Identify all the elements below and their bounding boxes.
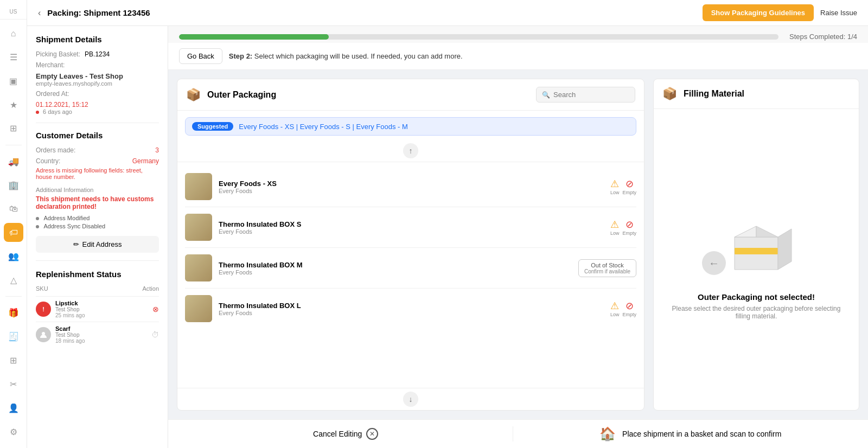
badge-low-label-0: Low <box>610 190 620 195</box>
filling-material-content: ← Outer Packaging not selected! Please s… <box>654 109 859 410</box>
cancel-editing-label: Cancel Editing <box>313 430 362 438</box>
additional-info-label: Additional Information <box>36 187 159 193</box>
item-image-2 <box>185 254 212 281</box>
place-shipment-icon: 🏠 <box>599 426 616 441</box>
item-image-3 <box>185 295 212 322</box>
outer-packaging-title: Outer Packaging <box>207 90 529 100</box>
sidebar-item-settings[interactable]: ⚙ <box>4 422 23 441</box>
packaging-item-2[interactable]: Thermo Insulated BOX M Every Foods Out o… <box>185 248 636 289</box>
filling-not-selected-title: Outer Packaging not selected! <box>698 292 815 302</box>
badge-empty-label-1: Empty <box>622 231 636 236</box>
outer-packaging-panel: 📦 Outer Packaging 🔍 Suggested Every Food… <box>177 79 644 411</box>
replenishment-action-1[interactable]: ⏱ <box>151 330 159 339</box>
back-button[interactable]: ‹ <box>38 8 41 18</box>
ordered-at-date: 01.12.2021, 15:12 <box>36 101 159 108</box>
sidebar-item-tag[interactable]: 🏷 <box>4 223 23 242</box>
packaging-item-3[interactable]: Thermo Insulated BOX L Every Foods ⚠ Low… <box>185 289 636 329</box>
item-name-1: Thermo Insulated BOX S <box>219 220 604 228</box>
sidebar-item-building[interactable]: 🏢 <box>4 175 23 195</box>
scroll-down-button[interactable]: ↓ <box>403 392 418 407</box>
cancel-editing-section[interactable]: Cancel Editing ✕ <box>179 428 513 440</box>
orders-value: 3 <box>155 146 159 154</box>
packaging-item-0[interactable]: Every Foods - XS Every Foods ⚠ Low ⊘ <box>185 167 636 207</box>
replenishment-avatar-1 <box>36 327 51 342</box>
sidebar-item-receipt[interactable]: 🧾 <box>4 327 23 347</box>
sidebar-item-box[interactable]: ▣ <box>4 71 23 91</box>
search-box[interactable]: 🔍 <box>536 87 635 103</box>
page-title: Packing: Shipment 123456 <box>47 8 695 17</box>
sidebar-item-home[interactable]: ⌂ <box>4 24 23 43</box>
country-row: Country: Germany <box>36 157 159 165</box>
warning-icon-1: ⚠ <box>610 219 619 231</box>
sidebar-item-star[interactable]: ★ <box>4 95 23 114</box>
item-image-0 <box>185 173 212 200</box>
item-badges-2: Out of Stock Confirm if available <box>578 259 636 277</box>
scroll-up-button[interactable]: ↑ <box>403 143 418 158</box>
replenishment-shop-1: Test Shop <box>55 332 147 338</box>
sidebar-item-alert[interactable]: △ <box>4 270 23 290</box>
scroll-up-section: ↑ <box>177 140 644 162</box>
svg-marker-5 <box>778 229 792 270</box>
place-shipment-section: 🏠 Place shipment in a basket and scan to… <box>513 426 858 441</box>
search-input[interactable] <box>553 91 629 99</box>
replenishment-info-0: Lipstick Test Shop 25 mins ago <box>55 300 148 318</box>
time-dot <box>36 111 39 114</box>
customer-details-title: Customer Details <box>36 131 159 140</box>
edit-address-button[interactable]: ✏ Edit Address <box>36 236 159 253</box>
item-info-1: Thermo Insulated BOX S Every Foods <box>219 220 604 235</box>
action-header: Action <box>142 285 159 292</box>
sidebar-region-label: US <box>0 7 27 20</box>
outer-packaging-header: 📦 Outer Packaging 🔍 <box>177 79 644 111</box>
content-area: Shipment Details Picking Basket: PB.1234… <box>27 26 868 448</box>
badge-low-1: ⚠ Low <box>610 219 620 236</box>
sidebar-item-truck[interactable]: 🚚 <box>4 152 23 171</box>
sidebar-item-scissors[interactable]: ✂ <box>4 374 23 394</box>
badge-empty-1: ⊘ Empty <box>622 219 636 236</box>
time-ago-text: 6 days ago <box>43 108 72 115</box>
replenishment-action-0[interactable]: ⊗ <box>152 305 159 313</box>
sidebar-item-grid[interactable]: ⊞ <box>4 350 23 370</box>
empty-icon-0: ⊘ <box>626 178 634 190</box>
arrow-left-circle: ← <box>702 251 726 275</box>
topbar: ‹ Packing: Shipment 123456 Show Packagin… <box>27 0 868 26</box>
merchant-row: Merchant: <box>36 61 159 69</box>
search-icon: 🔍 <box>542 91 550 99</box>
item-badges-1: ⚠ Low ⊘ Empty <box>610 219 636 236</box>
tag-label-1: Address Modified <box>43 215 90 221</box>
svg-marker-2 <box>735 226 756 237</box>
picking-basket-row: Picking Basket: PB.1234 <box>36 50 159 58</box>
main-area: ‹ Packing: Shipment 123456 Show Packagin… <box>27 0 868 448</box>
sidebar-item-store[interactable]: ⊞ <box>4 119 23 138</box>
badge-low-label-1: Low <box>610 231 620 236</box>
replenishment-item-0: ! Lipstick Test Shop 25 mins ago ⊗ <box>36 296 159 322</box>
item-name-2: Thermo Insulated BOX M <box>219 261 572 269</box>
sidebar-item-users[interactable]: 👥 <box>4 246 23 266</box>
go-back-button[interactable]: Go Back <box>179 48 222 64</box>
progress-section: Steps Completed: 1/4 <box>168 26 868 43</box>
item-brand-0: Every Foods <box>219 188 604 194</box>
replenishment-title: Replenishment Status <box>36 270 159 279</box>
raise-issue-button[interactable]: Raise Issue <box>820 9 857 17</box>
sidebar-item-orders[interactable]: ☰ <box>4 48 23 67</box>
item-info-3: Thermo Insulated BOX L Every Foods <box>219 302 604 316</box>
replenishment-shop-0: Test Shop <box>55 306 148 312</box>
item-brand-1: Every Foods <box>219 228 604 235</box>
tag-dot-2 <box>36 225 39 228</box>
sidebar-divider-1 <box>5 145 22 145</box>
sidebar-item-gift[interactable]: 🎁 <box>4 303 23 323</box>
tag-address-sync: Address Sync Disabled <box>36 223 159 229</box>
show-guidelines-button[interactable]: Show Packaging Guidelines <box>703 4 814 21</box>
out-of-stock-badge-2: Out of Stock Confirm if available <box>578 259 636 277</box>
orders-label: Orders made: <box>36 146 79 154</box>
item-image-1 <box>185 214 212 241</box>
sidebar-item-bag[interactable]: 🛍 <box>4 199 23 219</box>
sidebar-item-person[interactable]: 👤 <box>4 398 23 418</box>
bottom-bar: Cancel Editing ✕ 🏠 Place shipment in a b… <box>168 419 868 448</box>
suggested-bar: Suggested Every Foods - XS | Every Foods… <box>185 117 636 136</box>
packaging-item-1[interactable]: Thermo Insulated BOX S Every Foods ⚠ Low… <box>185 207 636 248</box>
replenishment-item-1: Scarf Test Shop 18 mins ago ⏱ <box>36 322 159 347</box>
replenishment-time-0: 25 mins ago <box>55 312 148 318</box>
right-main: Steps Completed: 1/4 Go Back Step 2: Sel… <box>168 26 868 448</box>
sidebar-bottom: ✂ 👤 ⚙ <box>4 374 23 441</box>
additional-info: Additional Information This shipment nee… <box>36 187 159 229</box>
